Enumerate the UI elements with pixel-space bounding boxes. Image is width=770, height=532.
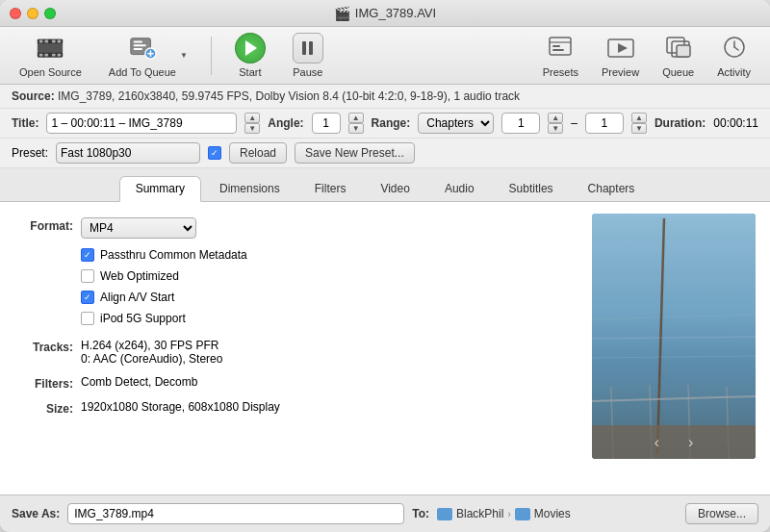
range-start-input[interactable] <box>501 113 540 134</box>
reload-button[interactable]: Reload <box>229 142 287 164</box>
pause-icon <box>293 33 323 63</box>
web-optimized-checkbox[interactable] <box>81 269 94 283</box>
save-as-input[interactable] <box>67 503 404 524</box>
svg-line-34 <box>611 387 613 459</box>
maximize-button[interactable] <box>44 8 56 19</box>
preset-input[interactable] <box>56 142 200 164</box>
settings-panel: Format: MP4 MKV WebM ✓ Passthru Common M… <box>0 202 578 494</box>
filters-value: Comb Detect, Decomb <box>81 375 197 389</box>
browse-button[interactable]: Browse... <box>685 503 758 524</box>
toolbar-right: Presets Preview <box>535 29 758 82</box>
preview-next-icon[interactable]: › <box>688 434 693 451</box>
open-source-button[interactable]: Open Source <box>12 29 90 82</box>
path-separator-icon: › <box>507 509 510 519</box>
ipod-checkbox[interactable] <box>81 312 94 325</box>
tab-subtitles[interactable]: Subtitles <box>493 176 570 201</box>
stepper-up[interactable]: ▲ <box>244 113 260 123</box>
close-button[interactable] <box>10 8 21 19</box>
preset-row: Preset: ✓ Reload Save New Preset... <box>0 139 770 168</box>
svg-rect-13 <box>134 44 146 46</box>
bottom-bar: Save As: To: BlackPhil › Movies Browse..… <box>0 494 770 532</box>
tab-video[interactable]: Video <box>364 176 425 201</box>
minimize-button[interactable] <box>27 8 38 19</box>
format-content: MP4 MKV WebM <box>81 217 562 239</box>
svg-rect-20 <box>552 45 560 47</box>
preview-icon <box>605 33 636 63</box>
add-to-queue-icon <box>127 33 158 63</box>
tab-filters[interactable]: Filters <box>298 176 363 201</box>
range-start-stepper[interactable]: ▲ ▼ <box>548 113 563 134</box>
stepper-down[interactable]: ▼ <box>244 123 260 134</box>
tracks-line2: 0: AAC (CoreAudio), Stereo <box>81 352 562 366</box>
angle-label: Angle: <box>268 116 303 130</box>
tab-chapters[interactable]: Chapters <box>572 176 652 201</box>
start-button[interactable]: Start <box>227 29 273 82</box>
filters-row: Filters: Comb Detect, Decomb <box>15 375 562 391</box>
tab-summary[interactable]: Summary <box>119 176 201 202</box>
path-part1: BlackPhil <box>456 507 503 520</box>
filters-content: Comb Detect, Decomb <box>81 375 562 389</box>
preview-label: Preview <box>602 66 639 78</box>
tab-dimensions[interactable]: Dimensions <box>203 176 296 201</box>
size-content: 1920x1080 Storage, 608x1080 Display <box>81 400 562 414</box>
title-text: IMG_3789.AVI <box>355 6 436 20</box>
title-stepper[interactable]: ▲ ▼ <box>244 113 260 134</box>
preview-button[interactable]: Preview <box>594 29 647 82</box>
presets-icon <box>545 33 576 63</box>
presets-button[interactable]: Presets <box>535 29 586 82</box>
svg-rect-17 <box>147 53 154 55</box>
svg-line-39 <box>592 356 756 358</box>
preview-prev-icon[interactable]: ‹ <box>654 434 659 451</box>
svg-rect-14 <box>134 48 142 50</box>
range-end-up[interactable]: ▲ <box>631 113 647 123</box>
angle-stepper-down[interactable]: ▼ <box>348 123 364 134</box>
angle-stepper-up[interactable]: ▲ <box>348 113 364 123</box>
range-start-down[interactable]: ▼ <box>548 123 563 134</box>
svg-line-35 <box>650 385 652 459</box>
passthru-checkbox[interactable]: ✓ <box>81 248 94 262</box>
open-source-icon <box>35 33 65 63</box>
format-select[interactable]: MP4 MKV WebM <box>81 217 196 239</box>
range-label: Range: <box>372 116 411 130</box>
preview-panel: ‹ › <box>578 202 770 494</box>
passthru-label: Passthru Common Metadata <box>100 248 247 262</box>
range-start-up[interactable]: ▲ <box>548 113 563 123</box>
tracks-content: H.264 (x264), 30 FPS PFR 0: AAC (CoreAud… <box>81 339 562 366</box>
activity-button[interactable]: Activity <box>709 29 758 82</box>
path-display: BlackPhil › Movies <box>437 507 571 520</box>
align-av-checkbox[interactable]: ✓ <box>81 291 94 304</box>
svg-line-33 <box>592 396 756 401</box>
title-input[interactable] <box>46 113 237 134</box>
folder-icon-1 <box>437 508 452 520</box>
range-end-input[interactable] <box>585 113 624 134</box>
svg-rect-4 <box>45 40 49 43</box>
size-row: Size: 1920x1080 Storage, 608x1080 Displa… <box>15 400 562 416</box>
web-optimized-label: Web Optimized <box>100 269 179 283</box>
range-end-stepper[interactable]: ▲ ▼ <box>631 113 647 134</box>
activity-label: Activity <box>717 66 751 78</box>
svg-line-32 <box>657 218 664 454</box>
queue-button[interactable]: Queue <box>654 29 702 82</box>
angle-stepper[interactable]: ▲ ▼ <box>348 113 364 134</box>
save-new-preset-button[interactable]: Save New Preset... <box>295 142 415 164</box>
queue-icon <box>663 33 694 63</box>
angle-input[interactable] <box>312 113 341 134</box>
svg-rect-26 <box>677 45 690 57</box>
toolbar-separator-1 <box>211 37 212 75</box>
range-end-down[interactable]: ▼ <box>631 123 647 134</box>
dropdown-arrow-icon[interactable]: ▼ <box>180 51 188 60</box>
preview-image: ‹ › <box>592 214 756 459</box>
pause-button[interactable]: Pause <box>285 29 331 82</box>
save-as-label: Save As: <box>12 507 60 520</box>
preset-checkbox[interactable]: ✓ <box>208 146 221 160</box>
activity-icon <box>719 33 750 63</box>
preset-label: Preset: <box>12 146 48 160</box>
range-dash: – <box>571 116 578 130</box>
add-to-queue-label: Add To Queue <box>109 66 176 78</box>
range-select[interactable]: Chapters Seconds Frames <box>418 113 494 134</box>
svg-rect-10 <box>58 54 62 57</box>
add-to-queue-button[interactable]: Add To Queue ▼ <box>101 29 195 82</box>
toolbar: Open Source Add To Queue <box>0 27 770 85</box>
ipod-row: iPod 5G Support <box>81 312 186 325</box>
tab-audio[interactable]: Audio <box>428 176 491 201</box>
